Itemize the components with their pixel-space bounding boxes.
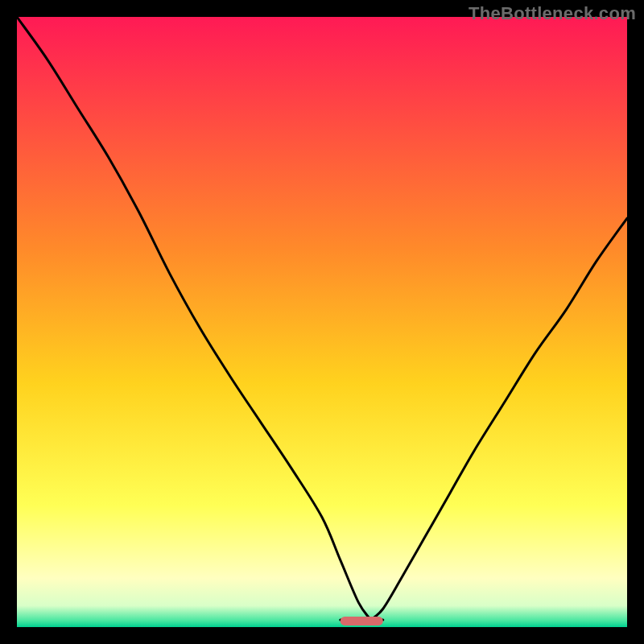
chart-frame: TheBottleneck.com bbox=[0, 0, 644, 644]
chart-canvas bbox=[17, 17, 627, 627]
optimum-marker bbox=[341, 617, 383, 625]
watermark-text: TheBottleneck.com bbox=[469, 3, 636, 24]
optimum-marker-pill bbox=[341, 617, 383, 625]
gradient-background bbox=[17, 17, 627, 627]
plot-area bbox=[17, 17, 627, 627]
